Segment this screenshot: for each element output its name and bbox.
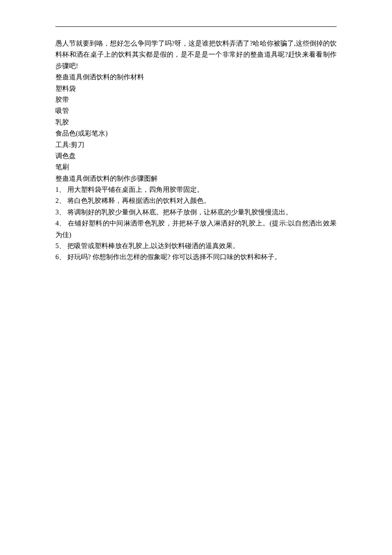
document-body: 愚人节就要到咯，想好怎么争同学了吗?呀，这是谁把饮料弄洒了?哈哈你被骗了,这些倒…: [55, 38, 337, 263]
step-item: 3、 将调制好的乳胶少量倒入杯底。把杯子放倒，让杯底的少量乳胶慢慢流出。: [55, 207, 337, 218]
materials-heading: 整蛊道具倒洒饮料的制作材料: [55, 72, 337, 83]
material-item: 胶带: [55, 94, 337, 105]
material-item: 乳胶: [55, 117, 337, 128]
top-divider: [55, 26, 337, 27]
material-item: 塑料袋: [55, 83, 337, 94]
steps-heading: 整蛊道具倒洒饮料的制作步骤图解: [55, 173, 337, 184]
material-item: 吸管: [55, 105, 337, 116]
step-item: 2、 将白色乳胶稀释，再根据洒出的饮料对入颜色。: [55, 195, 337, 206]
material-item: 食品色(或彩笔水): [55, 128, 337, 139]
material-item: 调色盘: [55, 150, 337, 162]
step-item: 5、 把吸管或塑料棒放在乳胶上,以达到饮料碰洒的逼真效果。: [55, 240, 337, 251]
step-item: 1、 用大塑料袋平铺在桌面上，四角用胶带固定。: [55, 184, 337, 195]
intro-paragraph: 愚人节就要到咯，想好怎么争同学了吗?呀，这是谁把饮料弄洒了?哈哈你被骗了,这些倒…: [55, 38, 337, 72]
step-item: 6、 好玩吗? 你想制作出怎样的假象呢? 你可以选择不同口味的饮料和杯子。: [55, 251, 337, 263]
step-item: 4、 在铺好塑料的中间淋洒带色乳胶，并把杯子放入淋洒好的乳胶上。(提示:以自然洒…: [55, 218, 337, 240]
material-item: 工具:剪刀: [55, 139, 337, 150]
material-item: 笔刷: [55, 162, 337, 173]
